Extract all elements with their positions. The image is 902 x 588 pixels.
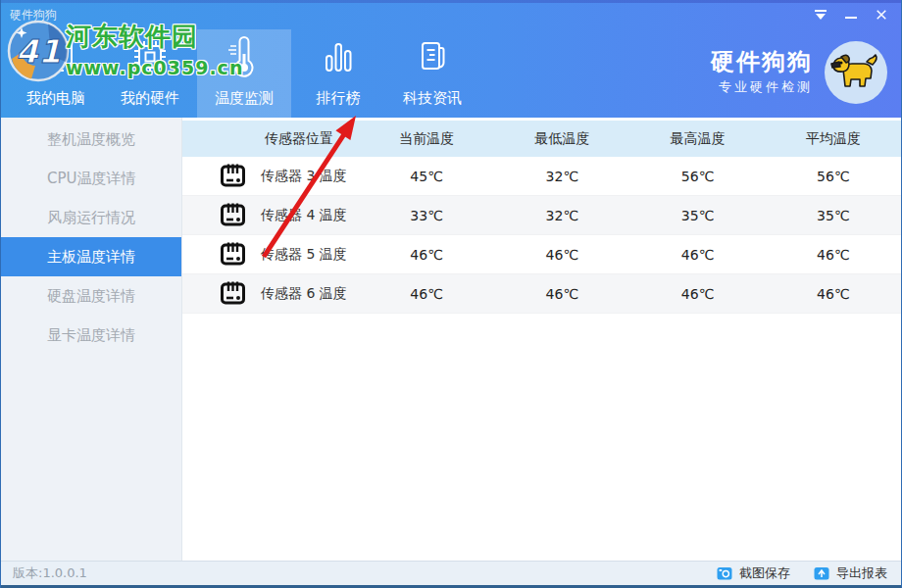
tab-label: 科技资讯 bbox=[403, 89, 462, 107]
min-temp: 46℃ bbox=[494, 286, 629, 302]
header-cell-min: 最低温度 bbox=[494, 130, 629, 148]
sensor-name: 传感器 3 温度 bbox=[261, 168, 347, 185]
temperature-table: 传感器 3 温度 45℃ 32℃ 56℃ 56℃ bbox=[182, 157, 901, 314]
sensor-name: 传感器 5 温度 bbox=[261, 246, 347, 264]
screenshot-save-label: 截图保存 bbox=[739, 564, 790, 582]
tab-my-computer[interactable]: 我的电脑 bbox=[9, 29, 103, 118]
status-bar: 版本:1.0.0.1 截图保存 导出报表 bbox=[1, 561, 901, 588]
main-content: 传感器位置 当前温度 最低温度 最高温度 平均温度 bbox=[182, 118, 901, 561]
table-header-row: 传感器位置 当前温度 最低温度 最高温度 平均温度 bbox=[182, 121, 901, 157]
header-cell-current: 当前温度 bbox=[359, 130, 494, 148]
export-report-button[interactable]: 导出报表 bbox=[814, 564, 887, 582]
brand-text: 硬件狗狗 专业硬件检测 bbox=[711, 49, 813, 96]
sidebar-item-motherboard-temp[interactable]: 主板温度详情 bbox=[1, 237, 181, 276]
current-temp: 45℃ bbox=[359, 169, 494, 184]
motherboard-icon bbox=[220, 280, 246, 307]
avg-temp: 46℃ bbox=[766, 286, 901, 302]
max-temp: 56℃ bbox=[630, 169, 766, 184]
dog-logo-badge bbox=[825, 41, 887, 104]
sidebar: 整机温度概览 CPU温度详情 风扇运行情况 主板温度详情 硬盘温度详情 显卡温度… bbox=[1, 118, 182, 561]
avg-temp: 35℃ bbox=[766, 208, 901, 223]
min-temp: 32℃ bbox=[494, 208, 629, 223]
avg-temp: 56℃ bbox=[766, 169, 901, 184]
current-temp: 46℃ bbox=[359, 286, 494, 302]
current-temp: 33℃ bbox=[359, 208, 494, 223]
app-window: 硬件狗狗 bbox=[0, 0, 902, 588]
sensor-name: 传感器 6 温度 bbox=[261, 285, 347, 303]
max-temp: 46℃ bbox=[630, 286, 766, 302]
statusbar-actions: 截图保存 导出报表 bbox=[717, 564, 887, 582]
sidebar-item-fan-status[interactable]: 风扇运行情况 bbox=[1, 198, 181, 237]
window-title: 硬件狗狗 bbox=[10, 7, 57, 24]
window-controls bbox=[813, 8, 889, 22]
close-icon bbox=[875, 9, 888, 21]
screenshot-save-button[interactable]: 截图保存 bbox=[717, 564, 790, 582]
tab-my-hardware[interactable]: 我的硬件 bbox=[103, 29, 197, 118]
tab-label: 我的硬件 bbox=[121, 89, 179, 107]
table-row: 传感器 5 温度 46℃ 46℃ 46℃ 46℃ bbox=[182, 235, 901, 274]
bar-chart-icon bbox=[319, 33, 358, 80]
sensor-cell: 传感器 4 温度 bbox=[182, 202, 359, 228]
version-label: 版本:1.0.0.1 bbox=[13, 564, 87, 582]
brand-name: 硬件狗狗 bbox=[711, 49, 813, 74]
sensor-name: 传感器 4 温度 bbox=[261, 207, 347, 224]
motherboard-icon bbox=[220, 202, 246, 228]
thermometer-icon bbox=[227, 33, 261, 80]
sidebar-item-gpu-temp[interactable]: 显卡温度详情 bbox=[1, 316, 181, 355]
header-cell-avg: 平均温度 bbox=[766, 130, 901, 148]
min-temp: 32℃ bbox=[494, 169, 629, 184]
tab-label: 排行榜 bbox=[317, 89, 361, 107]
current-temp: 46℃ bbox=[359, 247, 494, 263]
export-icon bbox=[814, 566, 829, 580]
max-temp: 46℃ bbox=[630, 247, 766, 263]
tab-label: 温度监测 bbox=[215, 89, 274, 107]
table-row: 传感器 4 温度 33℃ 32℃ 35℃ 35℃ bbox=[182, 196, 901, 235]
tab-ranking[interactable]: 排行榜 bbox=[291, 29, 385, 118]
export-report-label: 导出报表 bbox=[836, 564, 887, 582]
sensor-cell: 传感器 3 温度 bbox=[182, 163, 359, 189]
motherboard-icon bbox=[220, 241, 246, 268]
header-cell-max: 最高温度 bbox=[630, 130, 766, 148]
camera-icon bbox=[717, 566, 732, 580]
table-row: 传感器 3 温度 45℃ 32℃ 56℃ 56℃ bbox=[182, 157, 901, 196]
motherboard-icon bbox=[220, 163, 246, 189]
menu-dropdown-button[interactable] bbox=[813, 8, 828, 22]
sidebar-item-overview[interactable]: 整机温度概览 bbox=[1, 120, 181, 159]
tab-label: 我的电脑 bbox=[26, 89, 85, 107]
dog-icon bbox=[827, 44, 884, 101]
sidebar-item-cpu-temp[interactable]: CPU温度详情 bbox=[1, 159, 181, 198]
tab-temperature-monitor[interactable]: 温度监测 bbox=[197, 29, 291, 118]
brand-block: 硬件狗狗 专业硬件检测 bbox=[711, 41, 887, 104]
news-doc-icon bbox=[414, 33, 451, 80]
window-top-border bbox=[1, 0, 901, 3]
brand-tagline: 专业硬件检测 bbox=[711, 78, 813, 96]
nav-tabs: 我的电脑 我的硬件 bbox=[9, 29, 479, 118]
close-button[interactable] bbox=[874, 8, 889, 22]
table-row: 传感器 6 温度 46℃ 46℃ 46℃ 46℃ bbox=[182, 274, 901, 314]
menu-dropdown-icon bbox=[814, 9, 827, 21]
tab-tech-news[interactable]: 科技资讯 bbox=[385, 29, 479, 118]
min-temp: 46℃ bbox=[494, 247, 629, 263]
cpu-chip-icon bbox=[131, 33, 169, 80]
monitor-icon bbox=[36, 33, 75, 80]
minimize-button[interactable] bbox=[843, 8, 859, 22]
avg-temp: 46℃ bbox=[766, 247, 901, 263]
minimize-icon bbox=[844, 9, 858, 21]
sensor-cell: 传感器 5 温度 bbox=[182, 241, 359, 268]
sidebar-item-disk-temp[interactable]: 硬盘温度详情 bbox=[1, 276, 181, 316]
header-cell-sensor: 传感器位置 bbox=[182, 130, 359, 148]
max-temp: 35℃ bbox=[630, 208, 766, 223]
sensor-cell: 传感器 6 温度 bbox=[182, 280, 359, 307]
header: 硬件狗狗 bbox=[1, 0, 901, 118]
